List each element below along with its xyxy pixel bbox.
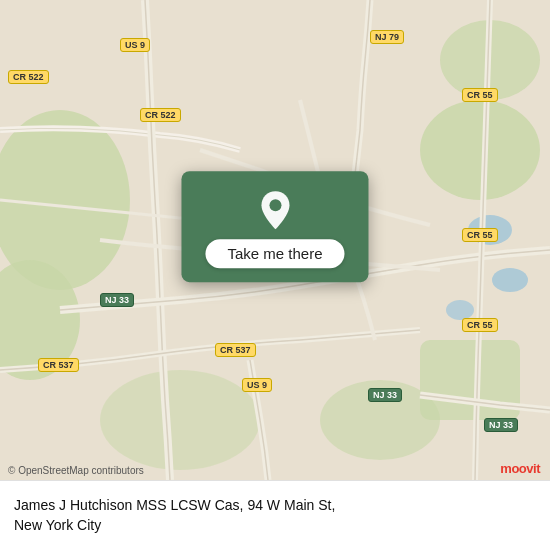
road-label-nj33-right: NJ 33 [484,418,518,432]
svg-point-11 [269,199,281,211]
road-label-nj79: NJ 79 [370,30,404,44]
address-line1: James J Hutchison MSS LCSW Cas, 94 W Mai… [14,496,536,516]
moovit-logo-black: moovi [500,461,536,476]
road-label-us9-top: US 9 [120,38,150,52]
take-me-there-button[interactable]: Take me there [205,239,344,268]
svg-point-6 [100,370,260,470]
road-label-cr537-left: CR 537 [38,358,79,372]
road-label-cr537-mid: CR 537 [215,343,256,357]
popup-card: Take me there [181,171,368,282]
location-pin-icon [257,189,293,231]
bottom-bar: James J Hutchison MSS LCSW Cas, 94 W Mai… [0,480,550,550]
road-label-nj33-left: NJ 33 [100,293,134,307]
road-label-us9-bot: US 9 [242,378,272,392]
svg-point-9 [492,268,528,292]
road-label-cr55-mid: CR 55 [462,228,498,242]
road-label-cr522-mid: CR 522 [140,108,181,122]
map-attribution: © OpenStreetMap contributors [8,465,144,476]
svg-point-3 [420,100,540,200]
road-label-cr55-top: CR 55 [462,88,498,102]
svg-point-10 [446,300,474,320]
address-line2: New York City [14,516,536,536]
moovit-logo-red: t [536,461,540,476]
road-label-cr55-bot: CR 55 [462,318,498,332]
moovit-logo: moovit [500,461,540,476]
map-container: US 9 NJ 79 CR 522 CR 522 CR 55 CR 55 CR … [0,0,550,480]
road-label-cr522-left: CR 522 [8,70,49,84]
road-label-nj33-bot: NJ 33 [368,388,402,402]
